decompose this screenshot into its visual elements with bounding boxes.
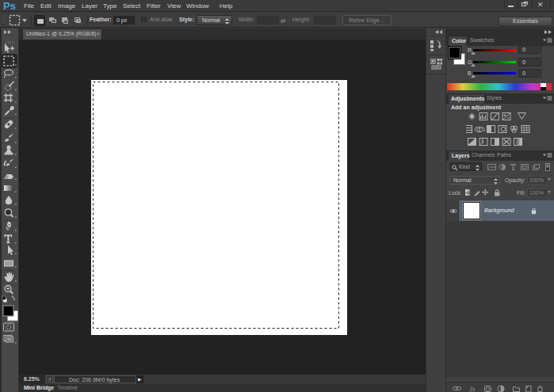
svg-text:fx: fx [470,385,476,392]
